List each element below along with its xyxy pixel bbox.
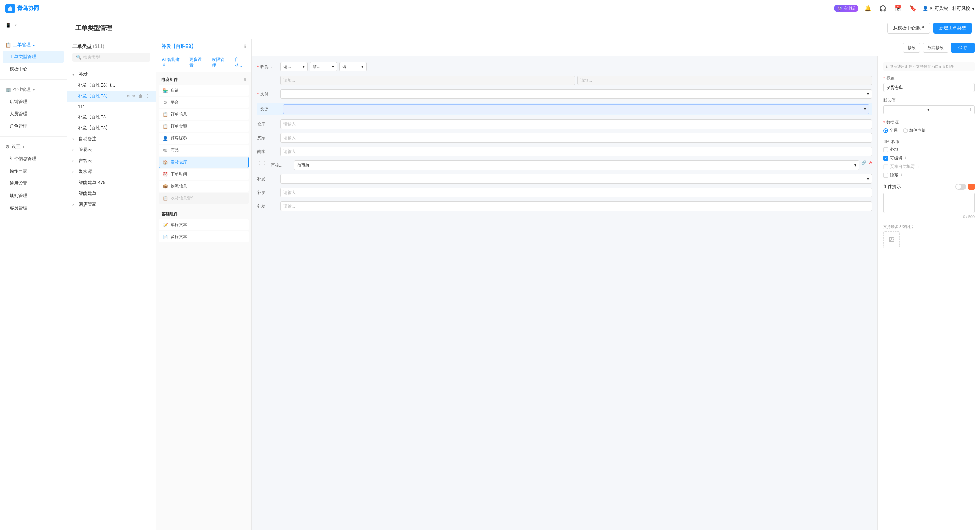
tree-item-shop[interactable]: › 网店管家 ✏ 🗑 ⋮ [67, 199, 156, 210]
tab-ai[interactable]: AI 智能建单 [159, 54, 185, 72]
sidebar-item-shop[interactable]: 店铺管理 [0, 95, 67, 108]
radio-component-internal[interactable]: 组件内部 [903, 127, 926, 133]
tree-item-buf4[interactable]: 补发【百胜E3 [67, 111, 156, 123]
toggle-tip[interactable] [955, 184, 966, 190]
select-deliver[interactable]: ▾ [283, 104, 869, 114]
template-select-button[interactable]: 从模板中心选择 [887, 22, 930, 33]
sidebar-item-workorder-mgmt[interactable]: 📋 工单管理 ▴ [0, 39, 67, 51]
input-merchant[interactable] [280, 147, 872, 156]
tree-item-buf5[interactable]: 补发【百胜E3】... [67, 123, 156, 133]
checkbox-editable[interactable]: ✓ 可编辑 ℹ [883, 155, 975, 161]
tree-item-buf[interactable]: ▾ 补发 ✏ 🗑 ⋮ [67, 69, 156, 80]
sidebar-item-member[interactable]: 客员管理 [0, 202, 67, 214]
select-receive-2[interactable]: 请...▾ [310, 62, 337, 72]
sidebar-label-member: 客员管理 [10, 205, 27, 211]
prop-label-default: 默认值 [883, 97, 975, 103]
copy-icon[interactable]: ⧉ [126, 93, 130, 99]
tree-item-smart[interactable]: 智能建单 ⋮ [67, 188, 156, 199]
tree-item-buf3[interactable]: 111 [67, 102, 156, 111]
link-icon-audit[interactable]: 🔗 [861, 160, 867, 170]
basic-section-title: 基础组件 [159, 209, 248, 219]
sidebar-item-component-info[interactable]: 组件信息管理 [0, 153, 67, 165]
color-picker-tip[interactable] [968, 184, 975, 190]
sidebar-item-workorder-type[interactable]: 工单类型管理 [3, 51, 64, 63]
field-label-warehouse: 仓库... [257, 119, 278, 127]
prop-select-default[interactable]: ▾ ℹ [883, 105, 975, 114]
search-input[interactable] [83, 55, 147, 60]
user-menu[interactable]: 👤 杜可风按｜杜可风按 ▾ [923, 5, 975, 12]
sidebar-item-template[interactable]: 模板中心 [0, 63, 67, 75]
select-pay[interactable]: ▾ [280, 89, 872, 99]
sidebar-item-service[interactable]: 📱 ▾ [0, 20, 67, 30]
component-logistics[interactable]: 📦 物流信息 [159, 181, 248, 192]
sidebar-item-staff[interactable]: 人员管理 [0, 108, 67, 120]
component-shop[interactable]: 🏪 店铺 [159, 85, 248, 96]
tab-more-settings[interactable]: 更多设置 [186, 54, 208, 72]
bookmark-btn[interactable]: 🔖 [907, 3, 918, 14]
save-button[interactable]: 保 存 [951, 43, 975, 53]
component-single-text[interactable]: 📝 单行文本 [159, 219, 248, 231]
sidebar-item-rule[interactable]: 规则管理 [0, 189, 67, 202]
component-multi-text[interactable]: 📄 多行文本 [159, 231, 248, 242]
search-box[interactable]: 🔍 [73, 53, 150, 62]
new-workorder-type-button[interactable]: 新建工单类型 [934, 22, 972, 33]
delete-icon-2[interactable]: 🗑 [138, 93, 143, 99]
select-reissue1[interactable]: ▾ [280, 174, 872, 184]
select-audit[interactable]: 待审核▾ [294, 160, 859, 170]
expand-icon-jushu: › [73, 170, 76, 174]
customer-icon: 👤 [162, 136, 168, 141]
multi-text-icon: 📄 [162, 234, 168, 240]
checkbox-hide-box [883, 173, 888, 178]
form-row-buyer: 买家... [257, 133, 872, 143]
more-icon-2[interactable]: ⋮ [145, 93, 150, 99]
input-warehouse[interactable] [280, 119, 872, 129]
component-order-amount[interactable]: 📋 订单金额 [159, 121, 248, 132]
tab-auto[interactable]: 自动... [231, 54, 248, 72]
sidebar-item-general[interactable]: 通用设置 [0, 177, 67, 189]
checkbox-required[interactable]: 必填 [883, 147, 975, 153]
sidebar-label-enterprise: 企业管理 [13, 86, 31, 93]
abandon-button[interactable]: 放弃修改 [923, 43, 948, 53]
tree-item-buf2[interactable]: 补发【百胜E3】 ⧉ ✏ 🗑 ⋮ [67, 91, 156, 102]
modify-button[interactable]: 修改 [903, 43, 920, 53]
tab-permissions[interactable]: 权限管理 [208, 54, 231, 72]
edit-icon-2[interactable]: ✏ [132, 93, 137, 99]
sidebar-item-operation-log[interactable]: 操作日志 [0, 165, 67, 177]
input-receive-5[interactable] [577, 76, 872, 85]
tip-textarea[interactable] [883, 193, 975, 213]
sidebar-item-enterprise[interactable]: 🏢 企业管理 ▾ [0, 84, 67, 95]
checkbox-buyer-fill[interactable]: 买家自助填写 ℹ [883, 164, 975, 170]
tree-item-trade[interactable]: › 管易云 ✏ 🗑 ⋮ [67, 144, 156, 155]
chevron-icon-2: ▾ [332, 64, 334, 69]
remove-icon-audit[interactable]: ⊗ [869, 160, 872, 170]
chevron-icon-3: ▾ [361, 64, 363, 69]
select-receive-1[interactable]: 请...▾ [280, 62, 308, 72]
select-receive-3[interactable]: 请...▾ [339, 62, 367, 72]
tree-item-buf1[interactable]: 补发【百胜E3】t... [67, 80, 156, 91]
checkbox-hide[interactable]: 隐藏 ℹ [883, 172, 975, 178]
component-warehouse[interactable]: 🏠 发货仓库 [159, 157, 248, 168]
headset-btn[interactable]: 🎧 [877, 3, 888, 14]
radio-global[interactable]: 全局 [883, 127, 897, 133]
calendar-btn[interactable]: 📅 [892, 3, 904, 14]
prop-input-title[interactable] [883, 83, 975, 92]
input-delivery[interactable] [280, 201, 872, 211]
sidebar-item-settings[interactable]: ⚙ 设置 ▾ [0, 141, 67, 153]
component-customer[interactable]: 👤 顾客昵称 [159, 133, 248, 144]
sidebar-item-role[interactable]: 角色管理 [0, 120, 67, 132]
notification-btn[interactable]: 🔔 [862, 3, 873, 14]
component-order-time[interactable]: ⏰ 下单时间 [159, 169, 248, 180]
component-goods[interactable]: 🛍 商品 [159, 145, 248, 156]
tree-item-smart475[interactable]: 智能建单-475 ⋮ [67, 177, 156, 188]
tree-item-jushu[interactable]: › 聚水潭 ✏ 🗑 ⋮ [67, 166, 156, 177]
tree-item-jike[interactable]: › 吉客云 ✏ 🗑 ⋮ [67, 155, 156, 166]
input-reissue2[interactable] [280, 188, 872, 197]
component-order-info[interactable]: 📋 订单信息 [159, 109, 248, 120]
input-buyer[interactable] [280, 133, 872, 143]
input-receive-4[interactable] [280, 76, 575, 85]
img-upload-box[interactable]: 🖼 [883, 231, 900, 248]
tree-item-auto[interactable]: › 自动备注 ✏ 🗑 ⋮ [67, 133, 156, 144]
component-platform[interactable]: ⚙ 平台 [159, 97, 248, 108]
left-panel: 工单类型 (611) 🔍 ▾ 补发 ✏ 🗑 [67, 39, 156, 530]
drag-handle-audit[interactable]: ⋮⋮ [257, 160, 267, 166]
